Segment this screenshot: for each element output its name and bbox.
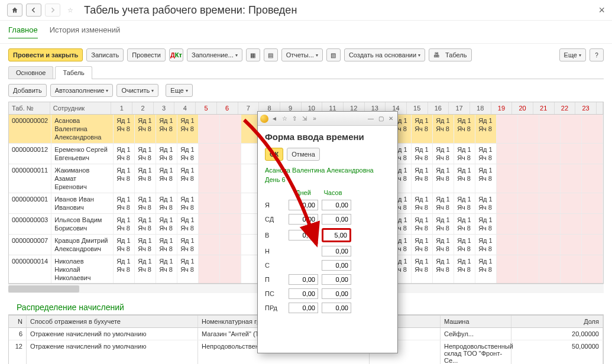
cell-day[interactable] <box>199 255 220 283</box>
more-button[interactable]: Еще▾ <box>559 48 586 61</box>
cell-day[interactable] <box>582 115 603 143</box>
home-button[interactable] <box>7 4 22 17</box>
clear-button[interactable]: Очистить▾ <box>116 84 158 97</box>
days-input[interactable] <box>289 200 318 210</box>
hours-input[interactable] <box>322 214 351 225</box>
cell-day[interactable]: Яд 1Яч 8 <box>433 115 454 143</box>
cell-day[interactable]: Яд 1Яч 8 <box>433 214 454 234</box>
dk-icon-button[interactable]: ДКт <box>169 48 183 61</box>
cell-day[interactable]: Яд 1Яч 8 <box>135 214 156 234</box>
cell-day[interactable] <box>199 193 220 213</box>
forward-button[interactable] <box>45 4 60 17</box>
cell-day[interactable]: Яд 1Яч 8 <box>156 164 177 193</box>
cell-day[interactable]: Яд 1Яч 8 <box>454 214 475 234</box>
dialog-close-icon[interactable]: ✕ <box>387 115 395 123</box>
favorite-star-icon[interactable]: ☆ <box>64 4 77 17</box>
cell-day[interactable]: Яд 1Яч 8 <box>114 164 135 193</box>
col-day-23[interactable]: 23 <box>575 102 597 114</box>
hours-input[interactable] <box>322 228 351 242</box>
cell-day[interactable] <box>497 115 518 143</box>
cell-day[interactable] <box>497 164 518 193</box>
dialog-pin-icon[interactable]: ⇲ <box>300 115 309 123</box>
cell-day[interactable]: Яд 1Яч 8 <box>114 214 135 234</box>
cell-day[interactable]: Яд 1Яч 8 <box>475 255 497 283</box>
cell-day[interactable] <box>539 144 561 164</box>
cell-day[interactable] <box>561 193 582 213</box>
dialog-min-icon[interactable]: — <box>367 115 375 123</box>
cell-day[interactable] <box>497 144 518 164</box>
save-button[interactable]: Записать <box>86 48 124 61</box>
cell-day[interactable] <box>220 235 241 255</box>
col-sotr[interactable]: Сотрудник <box>50 102 112 114</box>
cell-day[interactable]: Яд 1Яч 8 <box>114 144 135 164</box>
cell-day[interactable] <box>561 255 582 283</box>
cell-day[interactable] <box>561 235 582 255</box>
cell-day[interactable] <box>497 255 518 283</box>
cell-day[interactable]: Яд 1Яч 8 <box>135 164 156 193</box>
cell-day[interactable] <box>497 235 518 255</box>
hours-input[interactable] <box>322 303 351 313</box>
hours-input[interactable] <box>322 260 351 271</box>
reports-button[interactable]: Отчеты...▾ <box>281 48 323 61</box>
cell-day[interactable] <box>518 144 539 164</box>
cell-day[interactable]: Яд 1Яч 8 <box>114 235 135 255</box>
cell-day[interactable]: Яд 1Яч 8 <box>412 255 433 283</box>
link-main[interactable]: Главное <box>8 25 38 38</box>
dist-head-ma[interactable]: Машина <box>441 316 511 327</box>
cell-day[interactable] <box>539 164 561 193</box>
cell-day[interactable]: Яд 1Яч 8 <box>135 255 156 283</box>
dialog-back-icon[interactable]: ◄ <box>270 115 279 123</box>
link-history[interactable]: История изменений <box>50 25 121 38</box>
cell-day[interactable]: Яд 1Яч 8 <box>177 193 199 213</box>
days-input[interactable] <box>289 214 318 225</box>
cell-day[interactable]: Яд 1Яч 8 <box>156 144 177 164</box>
add-button[interactable]: Добавить <box>8 84 47 97</box>
cell-day[interactable]: Яд 1Яч 8 <box>412 115 433 143</box>
cell-day[interactable]: Яд 1Яч 8 <box>475 164 497 193</box>
cell-day[interactable]: Яд 1Яч 8 <box>156 235 177 255</box>
cell-day[interactable] <box>582 144 603 164</box>
print-tabel-button[interactable]: 🖶 Табель <box>429 48 471 61</box>
cell-day[interactable]: Яд 1Яч 8 <box>114 255 135 283</box>
tab-tabel[interactable]: Табель <box>55 66 92 79</box>
tool-icon-3[interactable]: ▧ <box>326 48 341 61</box>
col-day-21[interactable]: 21 <box>533 102 555 114</box>
days-input[interactable] <box>289 230 318 240</box>
cell-day[interactable]: Яд 1Яч 8 <box>135 115 156 143</box>
cell-day[interactable]: Яд 1Яч 8 <box>475 214 497 234</box>
cell-day[interactable]: Яд 1Яч 8 <box>454 255 475 283</box>
hours-input[interactable] <box>322 274 351 285</box>
cell-day[interactable]: Яд 1Яч 8 <box>156 214 177 234</box>
cell-day[interactable] <box>518 214 539 234</box>
fill-button[interactable]: Заполнение...▾ <box>187 48 242 61</box>
cell-day[interactable]: Яд 1Яч 8 <box>135 144 156 164</box>
cell-day[interactable]: Яд 1Яч 8 <box>177 255 199 283</box>
cell-day[interactable] <box>220 255 241 283</box>
cell-day[interactable] <box>561 144 582 164</box>
hours-input[interactable] <box>322 288 351 299</box>
cell-day[interactable]: Яд 1Яч 8 <box>412 144 433 164</box>
cell-day[interactable]: Яд 1Яч 8 <box>475 235 497 255</box>
cell-day[interactable] <box>582 255 603 283</box>
cell-day[interactable] <box>199 144 220 164</box>
cell-day[interactable] <box>539 214 561 234</box>
dialog-max-icon[interactable]: ▢ <box>377 115 385 123</box>
cell-day[interactable] <box>220 193 241 213</box>
cell-day[interactable]: Яд 1Яч 8 <box>454 115 475 143</box>
cell-day[interactable] <box>199 115 220 143</box>
tab-main[interactable]: Основное <box>8 66 53 79</box>
col-day-7[interactable]: 7 <box>238 102 260 114</box>
cell-day[interactable]: Яд 1Яч 8 <box>475 193 497 213</box>
dist-head-dl[interactable]: Доля <box>511 316 603 327</box>
cell-day[interactable] <box>561 164 582 193</box>
cell-day[interactable] <box>220 164 241 193</box>
cell-day[interactable] <box>518 164 539 193</box>
cell-day[interactable]: Яд 1Яч 8 <box>412 214 433 234</box>
cell-day[interactable] <box>582 164 603 193</box>
cell-day[interactable]: Яд 1Яч 8 <box>156 193 177 213</box>
cell-day[interactable] <box>497 193 518 213</box>
cell-day[interactable]: Яд 1Яч 8 <box>454 144 475 164</box>
cell-day[interactable] <box>539 193 561 213</box>
close-button[interactable]: × <box>598 4 605 17</box>
col-day-17[interactable]: 17 <box>449 102 470 114</box>
